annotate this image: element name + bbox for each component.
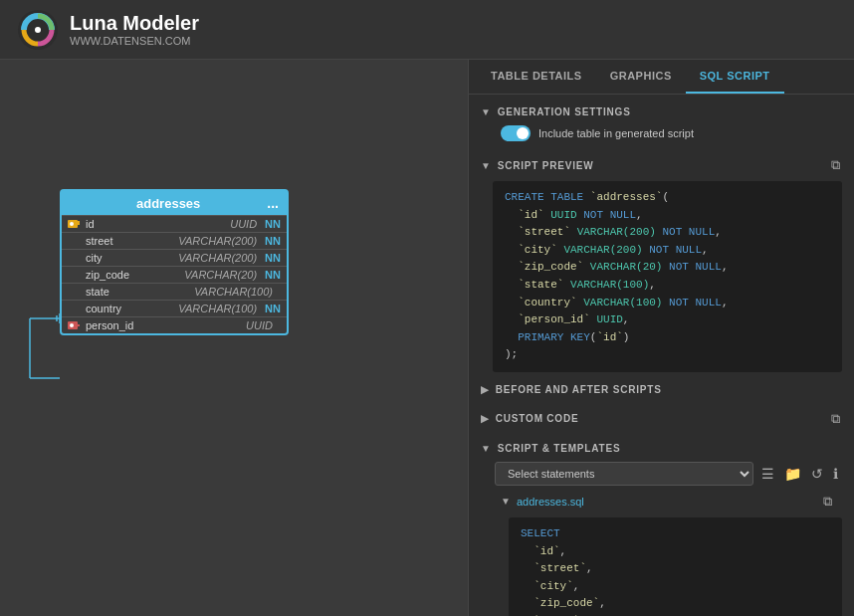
file-item-addresses[interactable]: ▼ addresses.sql ⧉	[493, 490, 842, 513]
section-label-templates: SCRIPT & TEMPLATES	[498, 443, 621, 454]
section-generation-settings: ▼ GENERATION SETTINGS Include table in g…	[481, 103, 842, 145]
select-code-block: SELECT `id`, `street`, `city`, `zip_code…	[509, 517, 842, 616]
no-icon	[68, 236, 82, 246]
section-actions-custom: ⧉	[829, 411, 842, 427]
no-icon	[68, 253, 82, 263]
row-field-type: VARCHAR(200)	[178, 252, 257, 264]
section-header-preview[interactable]: ▼ SCRIPT PREVIEW ⧉	[481, 153, 842, 177]
table-menu-icon[interactable]: ...	[267, 195, 279, 211]
templates-toolbar: Select statements ☰ 📁 ↺ ℹ	[493, 458, 842, 490]
section-header-before-after[interactable]: ▶ BEFORE AND AFTER SCRIPTS	[481, 380, 842, 399]
section-script-templates: ▼ SCRIPT & TEMPLATES Select statements ☰…	[481, 439, 842, 616]
chevron-right-icon: ▶	[481, 413, 490, 424]
row-field-type: VARCHAR(100)	[194, 286, 273, 298]
table-row[interactable]: state VARCHAR(100)	[62, 283, 287, 300]
logo-icon	[16, 8, 60, 52]
tab-sql-script[interactable]: SQL SCRIPT	[686, 60, 784, 94]
row-nn-badge: NN	[265, 235, 281, 247]
svg-point-12	[70, 323, 74, 327]
app-header: Luna Modeler WWW.DATENSEN.COM	[0, 0, 854, 60]
row-field-type: VARCHAR(200)	[178, 235, 257, 247]
row-nn-badge: NN	[265, 269, 281, 281]
tab-bar: TABLE DETAILS GRAPHICS SQL SCRIPT	[469, 60, 854, 95]
file-chevron-icon: ▼	[501, 496, 511, 507]
section-label-before-after: BEFORE AND AFTER SCRIPTS	[496, 384, 662, 395]
table-row[interactable]: city VARCHAR(200) NN	[62, 249, 287, 266]
panel-content: ▼ GENERATION SETTINGS Include table in g…	[469, 95, 854, 616]
table-row[interactable]: id UUID NN	[62, 215, 287, 232]
copy-file-button[interactable]: ⧉	[821, 494, 834, 510]
row-field-type: VARCHAR(100)	[178, 303, 257, 314]
svg-rect-9	[76, 223, 80, 225]
section-label-generation: GENERATION SETTINGS	[498, 106, 631, 117]
pk-icon	[68, 219, 82, 229]
chevron-down-icon: ▼	[481, 160, 492, 171]
section-label-custom-code: CUSTOM CODE	[496, 413, 579, 424]
folder-icon[interactable]: 📁	[782, 464, 803, 484]
row-nn-badge: NN	[265, 303, 281, 314]
refresh-icon[interactable]: ↺	[809, 464, 825, 484]
table-header: addresses ...	[62, 191, 287, 215]
logo: Luna Modeler WWW.DATENSEN.COM	[16, 8, 199, 52]
copy-script-button[interactable]: ⧉	[829, 157, 842, 173]
no-icon	[68, 287, 82, 297]
row-nn-badge: NN	[265, 252, 281, 264]
info-icon[interactable]: ℹ	[831, 464, 840, 484]
svg-point-1	[35, 27, 41, 33]
section-header-generation[interactable]: ▼ GENERATION SETTINGS	[481, 103, 842, 121]
include-table-toggle[interactable]	[501, 125, 531, 141]
connector-lines	[0, 60, 468, 616]
chevron-down-icon: ▼	[481, 443, 492, 454]
chevron-down-icon: ▼	[481, 106, 492, 117]
table-box[interactable]: addresses ... id UUID NN	[60, 189, 289, 335]
script-preview-code: CREATE TABLE `addresses`( `id` UUID NOT …	[493, 181, 842, 372]
section-custom-code: ▶ CUSTOM CODE ⧉	[481, 407, 842, 431]
table-name: addresses	[70, 196, 267, 211]
section-header-templates[interactable]: ▼ SCRIPT & TEMPLATES	[481, 439, 842, 458]
list-icon[interactable]: ☰	[759, 464, 776, 484]
row-nn-badge: NN	[265, 218, 281, 230]
svg-point-8	[70, 222, 74, 226]
logo-text: Luna Modeler WWW.DATENSEN.COM	[70, 12, 199, 47]
table-row[interactable]: person_id UUID	[62, 316, 287, 333]
right-panel: TABLE DETAILS GRAPHICS SQL SCRIPT ▼ GENE…	[468, 60, 854, 616]
app-title: Luna Modeler	[70, 12, 199, 35]
statement-select[interactable]: Select statements	[495, 462, 753, 486]
templates-body: Select statements ☰ 📁 ↺ ℹ ▼ addresses.sq…	[481, 458, 842, 616]
row-field-type: UUID	[246, 319, 273, 331]
script-preview-body: CREATE TABLE `addresses`( `id` UUID NOT …	[481, 181, 842, 372]
no-icon	[68, 270, 82, 280]
copy-custom-button[interactable]: ⧉	[829, 411, 842, 427]
file-name-label: addresses.sql	[517, 496, 584, 508]
row-field-name: state	[86, 286, 190, 298]
svg-rect-10	[78, 221, 80, 223]
toggle-label: Include table in generated script	[538, 127, 694, 139]
table-row[interactable]: zip_code VARCHAR(20) NN	[62, 266, 287, 283]
canvas-area: addresses ... id UUID NN	[0, 60, 468, 616]
row-field-name: zip_code	[86, 269, 180, 281]
row-field-type: UUID	[230, 218, 257, 230]
fk-icon	[68, 320, 82, 330]
section-script-preview: ▼ SCRIPT PREVIEW ⧉ CREATE TABLE `address…	[481, 153, 842, 372]
row-field-name: city	[86, 252, 174, 264]
tab-graphics[interactable]: GRAPHICS	[596, 60, 686, 94]
section-actions-preview: ⧉	[829, 157, 842, 173]
row-field-name: country	[86, 303, 174, 314]
section-label-preview: SCRIPT PREVIEW	[498, 160, 594, 171]
table-row[interactable]: country VARCHAR(100) NN	[62, 300, 287, 316]
toggle-row: Include table in generated script	[493, 121, 842, 145]
chevron-right-icon: ▶	[481, 384, 490, 395]
tab-table-details[interactable]: TABLE DETAILS	[477, 60, 596, 94]
no-icon	[68, 304, 82, 313]
section-before-after: ▶ BEFORE AND AFTER SCRIPTS	[481, 380, 842, 399]
table-row[interactable]: street VARCHAR(200) NN	[62, 232, 287, 249]
row-field-name: id	[86, 218, 226, 230]
main-layout: addresses ... id UUID NN	[0, 60, 854, 616]
app-subtitle: WWW.DATENSEN.COM	[70, 35, 199, 47]
section-header-custom-code[interactable]: ▶ CUSTOM CODE ⧉	[481, 407, 842, 431]
row-field-name: person_id	[86, 319, 242, 331]
row-field-name: street	[86, 235, 174, 247]
svg-rect-13	[76, 324, 80, 326]
row-field-type: VARCHAR(20)	[184, 269, 257, 281]
generation-settings-body: Include table in generated script	[481, 121, 842, 145]
